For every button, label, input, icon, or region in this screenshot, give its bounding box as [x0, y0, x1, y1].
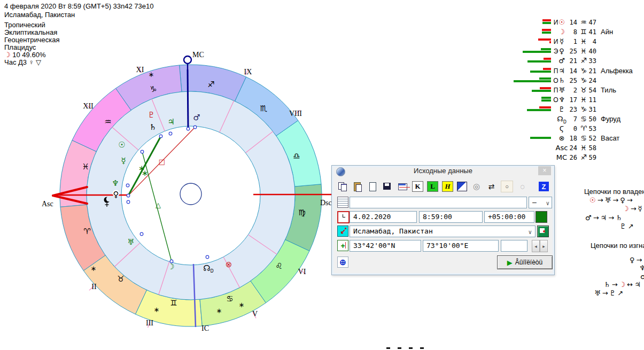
planet-neptune: ♆ — [112, 178, 119, 188]
strength-bar — [532, 90, 551, 92]
paste-icon[interactable] — [352, 181, 363, 192]
degrees-value: 17 — [568, 96, 577, 104]
time-field[interactable] — [419, 211, 483, 223]
degrees-value: 25 — [568, 76, 577, 85]
house-label-XI: XI — [136, 66, 144, 74]
date-field[interactable] — [350, 211, 417, 223]
planet-uranus: ♅ — [127, 237, 134, 247]
radio-off-icon[interactable]: ◌ — [517, 181, 528, 192]
planet-sun: ☉ — [118, 140, 125, 150]
location-icon[interactable]: ↙ — [337, 225, 348, 237]
chain-row: ♇↗ — [620, 222, 635, 230]
chevron-down-icon: ∨ — [528, 227, 532, 237]
chain-glyph: ♀ — [630, 256, 635, 264]
swap-icon[interactable]: ⇄ — [486, 181, 497, 192]
book-icon[interactable] — [457, 182, 467, 191]
svg-text:∗: ∗ — [149, 71, 154, 79]
strength-bar — [530, 137, 551, 139]
planet-glyph: ☽ — [555, 28, 569, 36]
degrees-value: 21 — [568, 57, 577, 65]
coordinates-icon[interactable]: + — [337, 240, 348, 251]
sign-glyph-virgo: ♍ — [298, 208, 305, 217]
save-icon[interactable] — [382, 181, 393, 192]
strength-bar — [541, 99, 551, 102]
chain-glyph: → — [637, 256, 642, 264]
aspect-glyph: △ — [156, 201, 161, 209]
venus-hour-icon: ♀ — [29, 58, 34, 66]
latitude-field[interactable] — [350, 240, 421, 252]
planet-glyph: ♅ — [555, 86, 569, 95]
degrees-value: 18 — [568, 134, 577, 143]
sign-glyph-aries: ♈ — [83, 227, 90, 236]
planet-jupiter: ♃ — [167, 117, 174, 127]
radio-on-icon[interactable]: ○ — [501, 181, 513, 192]
planet-glyph: ☉ — [555, 18, 569, 27]
planet-glyph: MC — [555, 153, 569, 162]
close-icon[interactable]: × — [538, 166, 551, 175]
asc-label: Asc — [42, 200, 53, 208]
k-button-icon[interactable]: K — [412, 181, 423, 192]
planetary-hour-line: Час Д3 ♀ ▽ — [4, 59, 60, 66]
planet-glyph: Asc — [555, 144, 569, 152]
chain-glyph: → — [602, 289, 608, 297]
degrees-value: 7 — [568, 115, 577, 123]
moon-phase-line: ☽ 10 49.60% — [4, 51, 60, 59]
chain-glyph: ♀ — [620, 196, 625, 204]
map-button[interactable] — [537, 225, 549, 237]
chain-glyph: ♂ — [585, 214, 592, 222]
planet-saturn: ♄ — [149, 122, 156, 132]
database-icon[interactable] — [337, 197, 348, 208]
chain-glyph: ↗ — [617, 289, 623, 297]
clock-icon[interactable] — [337, 211, 350, 223]
house-label-II: II — [91, 283, 97, 291]
fixed-star-name: Тиль — [601, 86, 616, 95]
house-label-XII: XII — [83, 102, 94, 110]
chart-header: 4 февраля 2020 Вт 8:59 (GMT+5) 33n42 73e… — [4, 2, 154, 19]
clipped-glyph — [386, 347, 390, 349]
execute-button[interactable]: ▶ Âûïîëíèòü — [497, 255, 553, 269]
chain-glyph: ♃ — [634, 281, 641, 289]
strength-bar — [540, 87, 551, 89]
element-icon: ▽ — [36, 58, 41, 66]
chain-row: ☽→☿ — [623, 205, 644, 213]
strength-bar — [542, 19, 551, 21]
dialog-toolbar: KLH◎⇄○◌Z — [337, 180, 549, 193]
degrees-value: 8 — [568, 28, 577, 36]
strength-bar — [530, 71, 551, 73]
l-button-icon[interactable]: L — [427, 181, 438, 192]
ring-icon[interactable]: ◎ — [471, 181, 482, 192]
ic-label: IC — [201, 324, 209, 332]
chart-type-value: — — [532, 198, 537, 206]
place-combo[interactable]: Исламабад, Пакистан ∨ — [350, 225, 536, 237]
chart-type-combo[interactable]: — ∨ — [529, 197, 552, 208]
color-swatch[interactable] — [536, 211, 547, 223]
hour-label: Час Д3 — [4, 58, 27, 66]
calendar-icon[interactable] — [397, 181, 408, 192]
strength-bar — [523, 51, 551, 53]
minutes-value: 54 — [587, 86, 596, 95]
h-button-icon[interactable]: H — [442, 181, 453, 192]
longitude-field[interactable] — [423, 240, 499, 252]
planet-fortune: ⊗ — [226, 260, 232, 269]
spin-left-icon[interactable]: ◂ — [532, 240, 540, 252]
chain-row: ☉→♅→♀→ — [589, 196, 634, 204]
sign-glyph-leo: ♌ — [275, 261, 282, 271]
copy-icon[interactable] — [337, 181, 348, 192]
fixed-star-name: Фуруд — [601, 115, 620, 123]
new-doc-icon[interactable] — [367, 181, 378, 192]
house-label-III: III — [146, 319, 153, 327]
centricity: Геоцентрическая — [4, 36, 60, 44]
sign-glyph-gemini: ♊ — [170, 298, 177, 308]
degrees-value: 26 — [568, 153, 577, 162]
minutes-value: 41 — [587, 28, 596, 36]
name-input[interactable] — [350, 197, 527, 208]
strength-bar — [527, 109, 551, 111]
strength-bar — [514, 80, 551, 82]
globe-icon[interactable]: ⊕ — [337, 256, 348, 268]
timezone-field[interactable] — [484, 211, 534, 223]
z-button-icon[interactable]: Z — [539, 182, 549, 191]
spin-right-icon[interactable]: ▸ — [540, 240, 548, 252]
sign-glyph-pisces: ♓ — [82, 162, 89, 172]
altitude-field[interactable] — [501, 240, 527, 252]
degrees-value: 0 — [568, 125, 577, 133]
